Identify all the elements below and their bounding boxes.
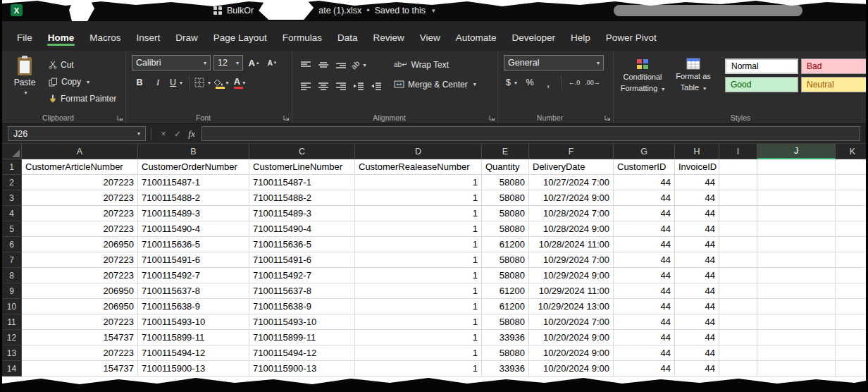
cell-F11[interactable]: 10/20/2024 7:00 (529, 314, 614, 330)
cell-H10[interactable]: 44 (675, 299, 719, 314)
cell-B1[interactable]: CustomerOrderNumber (138, 159, 249, 175)
font-size-select[interactable]: 12▾ (213, 55, 243, 71)
cell-B5[interactable]: 7100115490-4 (138, 221, 249, 237)
row-header-7[interactable]: 7 (2, 252, 22, 268)
cell-A7[interactable]: 207223 (22, 252, 138, 268)
cell-I8[interactable] (719, 268, 757, 283)
menu-tab-automate[interactable]: Automate (448, 27, 504, 51)
cell-B12[interactable]: 7100115899-11 (138, 330, 249, 345)
cell-J10[interactable] (757, 299, 836, 314)
cell-A8[interactable]: 207223 (22, 268, 138, 283)
cell-F8[interactable]: 10/29/2024 9:00 (529, 268, 614, 283)
cell-D1[interactable]: CustomerRealeaseNumber (355, 159, 482, 175)
cell-C10[interactable]: 7100115638-9 (249, 299, 355, 314)
cell-D2[interactable]: 1 (355, 175, 482, 190)
menu-tab-data[interactable]: Data (330, 27, 366, 51)
font-color-button[interactable]: A ▾ (232, 75, 247, 90)
row-header-9[interactable]: 9 (2, 283, 22, 299)
select-all-button[interactable] (2, 144, 22, 159)
cell-H14[interactable]: 44 (675, 361, 719, 376)
menu-tab-developer[interactable]: Developer (504, 27, 564, 51)
cell-D5[interactable]: 1 (355, 221, 482, 237)
cell-J1[interactable] (757, 159, 836, 175)
align-center-button[interactable] (316, 78, 331, 94)
cell-H3[interactable]: 44 (675, 190, 719, 206)
column-header-G[interactable]: G (614, 144, 675, 159)
number-format-select[interactable]: General ▾ (504, 55, 604, 71)
cell-H4[interactable]: 44 (675, 206, 719, 221)
cell-A11[interactable]: 207223 (22, 314, 138, 330)
cell-F6[interactable]: 10/28/2024 11:00 (529, 237, 614, 252)
cell-F5[interactable]: 10/28/2024 9:00 (529, 221, 614, 237)
percent-style-button[interactable]: % (522, 75, 538, 90)
cell-A5[interactable]: 207223 (22, 221, 138, 237)
cell-J11[interactable] (757, 314, 836, 330)
cell-G14[interactable]: 44 (614, 361, 675, 376)
cell-D14[interactable]: 1 (355, 361, 482, 376)
cell-F2[interactable]: 10/27/2024 7:00 (529, 175, 614, 190)
cell-K3[interactable] (836, 190, 866, 206)
column-header-K[interactable]: K (836, 144, 866, 159)
cell-D9[interactable]: 1 (355, 283, 482, 299)
cell-K10[interactable] (836, 299, 866, 314)
menu-tab-power-pivot[interactable]: Power Pivot (598, 27, 664, 51)
paste-button[interactable]: Paste ▾ (8, 55, 42, 111)
comma-style-button[interactable]: , (540, 75, 556, 90)
cell-K11[interactable] (836, 314, 866, 330)
accounting-format-button[interactable]: $▾ (504, 75, 519, 90)
cell-F12[interactable]: 10/20/2024 9:00 (529, 330, 614, 345)
align-left-button[interactable] (298, 78, 314, 94)
cell-J6[interactable] (757, 237, 836, 252)
cell-C8[interactable]: 7100115492-7 (249, 268, 355, 283)
column-header-C[interactable]: C (249, 144, 355, 159)
cell-G2[interactable]: 44 (614, 175, 675, 190)
enter-button[interactable]: ✓ (170, 129, 185, 139)
menu-tab-draw[interactable]: Draw (168, 27, 206, 51)
row-header-3[interactable]: 3 (2, 190, 22, 206)
row-header-14[interactable]: 14 (2, 361, 22, 376)
cell-E2[interactable]: 58080 (482, 175, 529, 190)
cell-A10[interactable]: 206950 (22, 299, 138, 314)
cell-A1[interactable]: CustomerArticleNumber (22, 159, 138, 175)
menu-tab-macros[interactable]: Macros (82, 27, 128, 51)
cell-H2[interactable]: 44 (675, 175, 719, 190)
increase-indent-button[interactable] (368, 78, 384, 94)
format-as-table-button[interactable]: Format as Table ▾ (670, 55, 717, 111)
cell-B2[interactable]: 7100115487-1 (138, 175, 249, 190)
cell-I12[interactable] (719, 330, 757, 345)
column-header-H[interactable]: H (675, 144, 719, 159)
cell-G7[interactable]: 44 (614, 252, 675, 268)
cell-F7[interactable]: 10/29/2024 7:00 (529, 252, 614, 268)
column-header-F[interactable]: F (529, 144, 614, 159)
row-header-2[interactable]: 2 (2, 175, 22, 190)
clipboard-dialog-launcher[interactable] (116, 114, 123, 121)
cell-K14[interactable] (836, 361, 866, 376)
top-align-button[interactable] (298, 57, 314, 73)
cell-A9[interactable]: 206950 (22, 283, 138, 299)
cell-E1[interactable]: Quantity (482, 159, 529, 175)
cell-I5[interactable] (719, 221, 757, 237)
merge-center-button[interactable]: Merge & Center ▾ (394, 77, 476, 92)
cell-G3[interactable]: 44 (614, 190, 675, 206)
cell-J7[interactable] (757, 252, 836, 268)
cell-J4[interactable] (757, 206, 836, 221)
row-header-6[interactable]: 6 (2, 237, 22, 252)
row-header-12[interactable]: 12 (2, 330, 22, 345)
menu-tab-file[interactable]: File (9, 27, 40, 51)
cell-G8[interactable]: 44 (614, 268, 675, 283)
cell-B4[interactable]: 7100115489-3 (138, 206, 249, 221)
cell-B14[interactable]: 7100115900-13 (138, 361, 249, 376)
cell-E12[interactable]: 33936 (482, 330, 529, 345)
cell-style-bad[interactable]: Bad (801, 59, 868, 74)
cell-I10[interactable] (719, 299, 757, 314)
fill-color-button[interactable]: ▾ (213, 75, 229, 90)
bold-button[interactable]: B (132, 75, 147, 90)
row-header-8[interactable]: 8 (2, 268, 22, 283)
row-header-1[interactable]: 1 (2, 159, 22, 175)
cell-E5[interactable]: 58080 (482, 221, 529, 237)
cell-I9[interactable] (719, 283, 757, 299)
cell-D6[interactable]: 1 (355, 237, 482, 252)
cell-I13[interactable] (719, 345, 757, 361)
menu-tab-page-layout[interactable]: Page Layout (206, 27, 275, 51)
cell-A14[interactable]: 154737 (22, 361, 138, 376)
